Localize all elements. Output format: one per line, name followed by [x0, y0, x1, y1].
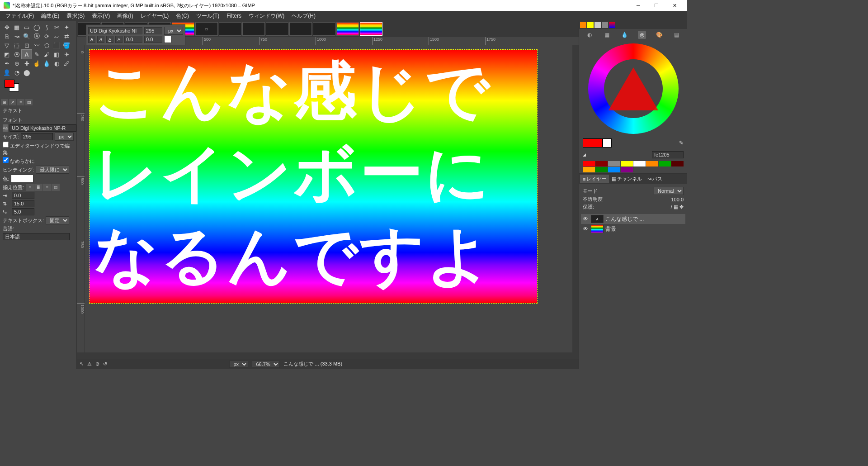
menu-file[interactable]: ファイル(F) — [2, 11, 38, 21]
align-tool-icon[interactable]: ▦ — [12, 23, 22, 32]
dock-tab-4[interactable]: ▤ — [25, 99, 33, 105]
menu-help[interactable]: ヘルプ(H) — [288, 11, 319, 21]
layer-item[interactable]: 👁 A こんな感じで ... — [581, 214, 685, 224]
image-tab[interactable] — [313, 22, 335, 36]
cage-tool-icon[interactable]: ⬠ — [42, 41, 52, 50]
menu-image[interactable]: 画像(I) — [113, 11, 137, 21]
shear-tool-icon[interactable]: ▱ — [52, 32, 61, 41]
image-tab[interactable] — [336, 22, 359, 36]
ruler-vertical[interactable]: 0 250 500 750 1000 — [77, 45, 85, 352]
fuzzy-select-icon[interactable]: ✦ — [61, 23, 71, 32]
align-right-button[interactable]: ≡ — [43, 184, 51, 191]
image-tab-active[interactable] — [360, 22, 382, 36]
tab-layers[interactable]: ≡ レイヤー — [580, 175, 609, 183]
hinting-select[interactable]: 最大限に — [36, 166, 69, 174]
rp-scales-icon[interactable]: ▤ — [673, 31, 681, 39]
zoom-tool-icon[interactable]: 🔍 — [22, 32, 32, 41]
overlay-underline-button[interactable]: A — [106, 36, 113, 43]
overlay-size-input[interactable] — [144, 27, 162, 34]
pencil-tool-icon[interactable]: ✎ — [32, 50, 42, 59]
close-button[interactable]: ✕ — [665, 0, 684, 11]
menu-select[interactable]: 選択(S) — [63, 11, 88, 21]
dock-tab-1[interactable]: ⊞ — [1, 99, 8, 105]
line-spacing-input[interactable] — [12, 200, 34, 207]
image-tab[interactable] — [289, 22, 312, 36]
heal-tool-icon[interactable]: ✚ — [22, 59, 32, 68]
flip-tool-icon[interactable]: ⇄ — [61, 32, 71, 41]
menu-edit[interactable]: 編集(E) — [38, 11, 63, 21]
color-wheel[interactable] — [588, 43, 679, 134]
rp-tab-icon[interactable] — [580, 22, 586, 28]
menu-windows[interactable]: ウィンドウ(W) — [245, 11, 288, 21]
lasso-tool-icon[interactable]: ⟆ — [42, 23, 52, 32]
overlay-kerning-input[interactable] — [144, 36, 162, 43]
ellipse-select-icon[interactable]: ◯ — [32, 23, 42, 32]
menu-view[interactable]: 表示(V) — [88, 11, 113, 21]
dock-tab-2[interactable]: ↗ — [9, 99, 16, 105]
clone-tool-icon[interactable]: ⊕ — [12, 59, 22, 68]
palette-swatch[interactable] — [633, 161, 646, 166]
text-tool-overlay[interactable]: px A A A A — [86, 24, 185, 45]
maximize-button[interactable]: ☐ — [647, 0, 665, 11]
lang-input[interactable] — [3, 233, 70, 240]
overlay-italic-button[interactable]: A — [97, 36, 104, 43]
gradient-tool-icon[interactable]: ◩ — [2, 50, 12, 59]
palette-swatch[interactable] — [595, 167, 608, 172]
color-swatch[interactable] — [5, 80, 21, 93]
move-tool-icon[interactable]: ✥ — [2, 23, 12, 32]
perspective-tool-icon[interactable]: ▽ — [2, 41, 12, 50]
align-center-button[interactable]: ≣ — [34, 184, 42, 191]
ink-tool-icon[interactable]: ✒ — [2, 59, 12, 68]
palette-swatch[interactable] — [621, 161, 633, 166]
canvas[interactable]: こんな感じで レインボーに なるんですよ — [90, 50, 537, 303]
sb-zoom-select[interactable]: 66.7% — [252, 361, 280, 368]
rp-cmyk-icon[interactable]: ▦ — [603, 31, 611, 39]
measure-tool-icon[interactable]: Ⓐ — [32, 32, 42, 41]
rotate-tool-icon[interactable]: ⟳ — [42, 32, 52, 41]
rect-select-icon[interactable]: ▭ — [22, 23, 32, 32]
tab-channels[interactable]: ▦ チャンネル — [609, 175, 645, 183]
menu-colors[interactable]: 色(C) — [172, 11, 193, 21]
overlay-strike-button[interactable]: A — [115, 36, 123, 43]
rp-watercolor-icon[interactable]: 💧 — [620, 31, 628, 39]
rp-gimp-icon[interactable]: ◐ — [585, 31, 594, 39]
foreground-select-icon[interactable]: 👤 — [2, 68, 12, 77]
mode-select[interactable]: Normal — [654, 187, 684, 195]
mypaint-brush-icon[interactable]: 🖊 — [61, 59, 71, 68]
eyedropper-icon[interactable]: ✎ — [679, 140, 684, 146]
paths-tool-icon[interactable]: ↝ — [12, 32, 22, 41]
overlay-color-button[interactable] — [164, 36, 171, 43]
palette-swatch[interactable] — [583, 161, 595, 166]
image-tab[interactable]: ▭ — [195, 22, 218, 36]
minimize-button[interactable]: ─ — [629, 0, 647, 11]
3d-transform-icon[interactable]: ⬛ — [52, 41, 61, 50]
overlay-baseline-input[interactable] — [124, 36, 142, 43]
text-color-box[interactable] — [11, 175, 33, 183]
canvas-text-layer[interactable]: こんな感じで レインボーに なるんですよ — [90, 50, 537, 297]
palette-swatch[interactable] — [608, 161, 620, 166]
handle-transform-icon[interactable]: ⊡ — [22, 41, 32, 50]
scrollbar-horizontal[interactable] — [77, 352, 579, 359]
ncolor-tool-icon[interactable]: ⬤ — [22, 68, 32, 77]
eraser-tool-icon[interactable]: ◧ — [52, 50, 61, 59]
align-justify-button[interactable]: ▤ — [52, 184, 60, 191]
size-unit-select[interactable]: px — [55, 133, 74, 141]
image-tab[interactable] — [219, 22, 241, 36]
palette-swatch[interactable] — [671, 161, 684, 166]
canvas-viewport[interactable]: こんな感じで レインボーに なるんですよ — [85, 45, 572, 352]
smooth-checkbox[interactable]: なめらかに — [3, 157, 35, 165]
prev-color-swatch[interactable] — [603, 138, 612, 147]
rp-tab-icon[interactable] — [609, 22, 615, 28]
overlay-font-input[interactable] — [88, 27, 142, 34]
rp-tab-icon[interactable] — [587, 22, 594, 28]
by-color-select-icon[interactable]: ◔ — [12, 68, 22, 77]
letter-spacing-input[interactable] — [12, 208, 34, 215]
layer-name[interactable]: こんな感じで ... — [605, 215, 644, 223]
tab-paths[interactable]: ↝ パス — [645, 175, 665, 183]
indent-input[interactable] — [12, 192, 34, 199]
palette-swatch[interactable] — [608, 167, 620, 172]
visibility-toggle-icon[interactable]: 👁 — [582, 226, 589, 232]
overlay-unit-select[interactable]: px — [164, 27, 183, 35]
dock-tab-3[interactable]: ≡ — [17, 99, 24, 105]
menu-tools[interactable]: ツール(T) — [193, 11, 223, 21]
